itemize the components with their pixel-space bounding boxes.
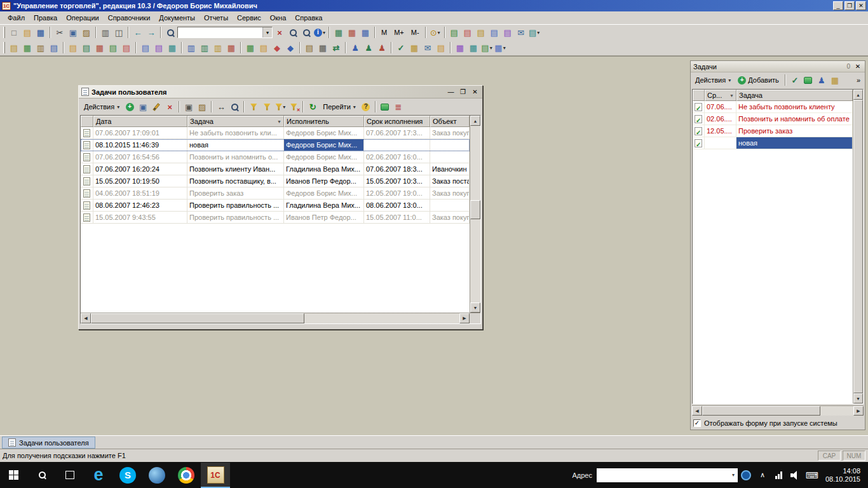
panel-task-row[interactable]: новая xyxy=(693,137,853,149)
scrollbar-thumb[interactable] xyxy=(470,200,480,219)
description-panel-icon[interactable] xyxy=(379,100,391,113)
key-icon[interactable]: ⊙▾ xyxy=(429,26,442,39)
scroll-right-icon[interactable]: ▶ xyxy=(459,313,470,323)
taskbar-app-button[interactable]: e xyxy=(84,463,113,488)
sales-invoice-icon[interactable]: ▤ xyxy=(80,41,93,54)
send-email-icon[interactable]: ✉ xyxy=(515,26,527,39)
clear-search-icon[interactable]: × xyxy=(273,26,286,39)
fit-width-icon[interactable]: ↔ xyxy=(215,100,227,113)
child-maximize-button[interactable]: ❐ xyxy=(458,87,468,97)
panel-column-task[interactable]: Задача xyxy=(736,90,853,101)
price-list-icon[interactable]: ▤ xyxy=(257,41,270,54)
panel-vertical-scrollbar[interactable]: ▲ ▼ xyxy=(853,90,863,403)
refresh-icon[interactable]: ↻ xyxy=(306,100,319,113)
unpost-document-icon[interactable]: ▤ xyxy=(461,26,474,39)
taskbar-search-button[interactable] xyxy=(28,462,56,488)
description-panel-icon[interactable] xyxy=(802,74,815,86)
paste-icon[interactable]: ▨ xyxy=(196,100,208,113)
document-structure-icon[interactable]: ▤ xyxy=(488,26,501,39)
taskbar-app-button[interactable]: S xyxy=(113,463,142,488)
currency-rates-icon[interactable]: ◆ xyxy=(284,41,297,54)
address-dropdown-icon[interactable]: ▾ xyxy=(729,472,738,478)
column-header-executor[interactable]: Исполнитель xyxy=(284,116,364,127)
task-view-button[interactable] xyxy=(56,462,84,488)
taskbar-clock[interactable]: 14:08 08.10.2015 xyxy=(825,467,860,484)
external-reports-icon[interactable]: ▤▾ xyxy=(528,26,541,39)
calendar-icon[interactable]: ▦ xyxy=(829,74,841,86)
tasks-icon[interactable]: ✓ xyxy=(395,41,407,54)
actions-menu-button[interactable]: Действия▾ xyxy=(81,100,123,113)
scroll-left-icon[interactable]: ◀ xyxy=(81,313,91,323)
child-minimize-button[interactable]: — xyxy=(446,87,456,97)
menu-item[interactable]: Правка xyxy=(29,12,62,24)
toolbar-overflow-button[interactable]: » xyxy=(853,74,864,86)
add-icon[interactable]: + xyxy=(123,100,136,113)
volume-tray-button[interactable] xyxy=(787,463,804,488)
address-input[interactable]: ▾ xyxy=(597,468,738,482)
scroll-up-icon[interactable]: ▲ xyxy=(470,116,480,126)
cash-expense-icon[interactable]: ▤ xyxy=(120,41,133,54)
cash-receipt-icon[interactable]: ▤ xyxy=(107,41,119,54)
goto-menu-button[interactable]: Перейти▾ xyxy=(320,100,359,113)
filter-settings-icon[interactable] xyxy=(247,100,260,113)
counterparties-icon[interactable]: ▤ xyxy=(8,41,20,54)
warehouses-icon[interactable]: ▥ xyxy=(34,41,47,54)
add-task-button[interactable]: +Добавить xyxy=(735,74,782,86)
new-document-icon[interactable]: □ xyxy=(8,26,20,39)
nomenclature-icon[interactable]: ▦ xyxy=(21,41,34,54)
menu-item[interactable]: Справка xyxy=(290,12,327,24)
menu-item[interactable]: Операции xyxy=(62,12,103,24)
task-table-row[interactable]: 15.05.2007 10:19:50 Позвонить поставщику… xyxy=(81,175,470,187)
keyboard-tray-button[interactable]: ⌨ xyxy=(804,463,820,488)
column-header-due[interactable]: Срок исполнения xyxy=(364,116,430,127)
customer-order-icon[interactable]: ▤ xyxy=(67,41,79,54)
print-preview-icon[interactable]: ◫ xyxy=(112,26,125,39)
stock-report-icon[interactable]: ▦ xyxy=(244,41,257,54)
undo-icon[interactable]: ← xyxy=(132,26,144,39)
task-tree-icon[interactable]: ≣ xyxy=(392,100,405,113)
panel-task-row[interactable]: 07.06.... Не забыть позвонить клиенту xyxy=(693,101,853,113)
purchases-report-icon[interactable]: ▦ xyxy=(166,41,179,54)
panel-close-icon[interactable]: ✕ xyxy=(853,63,862,70)
calendar-icon[interactable]: ▦ xyxy=(346,26,358,39)
open-icon[interactable]: ▤ xyxy=(21,26,34,39)
calculator-icon[interactable]: ▦ xyxy=(359,26,372,39)
print-icon[interactable]: ▥ xyxy=(99,26,112,39)
purchase-invoice-icon[interactable]: ▤ xyxy=(153,41,165,54)
delete-icon[interactable]: × xyxy=(163,100,176,113)
actions-menu-button[interactable]: Действия▾ xyxy=(692,74,734,86)
tray-app-button[interactable] xyxy=(738,463,754,488)
menu-item[interactable]: Справочники xyxy=(104,12,155,24)
user-settings-icon[interactable]: ♟ xyxy=(362,41,375,54)
tasks-panel-header[interactable]: Задачи 0 ✕ xyxy=(691,61,865,72)
scroll-left-icon[interactable]: ◀ xyxy=(692,406,702,416)
scroll-right-icon[interactable]: ▶ xyxy=(853,406,864,416)
post-document-icon[interactable]: ▤ xyxy=(448,26,461,39)
calendar-planner-icon[interactable]: ▦ xyxy=(408,41,421,54)
taskbar-app-button[interactable] xyxy=(142,463,172,488)
find-icon[interactable] xyxy=(164,26,177,39)
panel-task-row[interactable]: 12.05.... Проверить заказ xyxy=(693,125,853,137)
table-icon[interactable]: ▦ xyxy=(332,26,345,39)
scrollbar-thumb[interactable] xyxy=(702,406,820,416)
menu-item[interactable]: Документы xyxy=(154,12,200,24)
report-variants-icon[interactable]: ▦ xyxy=(454,41,466,54)
copy-item-icon[interactable]: ▣ xyxy=(137,100,149,113)
scroll-down-icon[interactable]: ▼ xyxy=(853,393,863,403)
redo-icon[interactable]: → xyxy=(145,26,158,39)
clear-filter-icon[interactable]: × xyxy=(287,100,300,113)
user-tasks-titlebar[interactable]: Задачи пользователя — ❐ ✕ xyxy=(79,86,482,98)
copy-icon[interactable]: ▣ xyxy=(67,26,79,39)
debt-report-icon[interactable]: ▦ xyxy=(225,41,238,54)
memory-minus-button[interactable]: M- xyxy=(408,26,423,39)
menu-item[interactable]: Файл xyxy=(3,12,29,24)
task-table-row[interactable]: 08.10.2015 11:46:39 новая Федоров Борис … xyxy=(81,139,470,151)
panel-task-row[interactable]: 02.06.... Позвонить и напомнить об оплат… xyxy=(693,113,853,125)
memory-plus-button[interactable]: M+ xyxy=(391,26,407,39)
supplier-order-icon[interactable]: ▤ xyxy=(139,41,152,54)
network-tray-button[interactable] xyxy=(771,463,787,488)
filter-by-value-icon[interactable]: ▾ xyxy=(274,100,287,113)
notes-icon[interactable]: ▤ xyxy=(435,41,447,54)
help-icon[interactable]: ? xyxy=(360,100,372,113)
user-icon[interactable]: ♟ xyxy=(815,74,828,86)
